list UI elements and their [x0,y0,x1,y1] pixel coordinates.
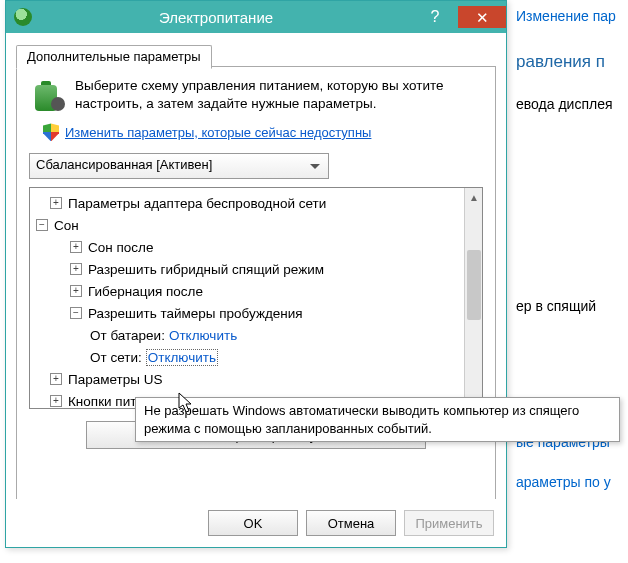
tree-item-usb[interactable]: + Параметры US [36,368,480,390]
dialog-title: Электропитание [40,9,412,26]
tree-item-wake-timers[interactable]: − Разрешить таймеры пробуждения [36,302,480,324]
tree-scrollbar[interactable]: ▲ ▼ [464,188,482,408]
expand-icon[interactable]: + [50,373,62,385]
bg-link-defaults[interactable]: араметры по у [516,474,622,490]
tab-strip: Дополнительные параметры [16,41,496,67]
tree-item-hybrid-sleep[interactable]: + Разрешить гибридный спящий режим [36,258,480,280]
power-plan-select[interactable]: Сбалансированная [Активен] [29,153,329,179]
intro-row: Выберите схему управления питанием, кото… [29,77,483,113]
bg-text-sleep: ер в спящий [516,298,622,314]
bg-heading: равления п [516,52,622,72]
apply-button: Применить [404,510,494,536]
power-app-icon [14,8,32,26]
dialog-button-row: OK Отмена Применить [6,499,506,547]
scroll-up-icon[interactable]: ▲ [465,188,483,206]
value-ac[interactable]: Отключить [146,349,218,366]
expand-icon[interactable]: + [50,395,62,407]
scroll-thumb[interactable] [467,250,481,320]
expand-icon[interactable]: + [50,197,62,209]
expand-icon[interactable]: + [70,263,82,275]
admin-link-row: Изменить параметры, которые сейчас недос… [43,123,483,141]
tree-item-wake-timers-ac[interactable]: От сети: Отключить [36,346,480,368]
collapse-icon[interactable]: − [70,307,82,319]
tree-item-sleep[interactable]: − Сон [36,214,480,236]
tab-advanced-settings[interactable]: Дополнительные параметры [16,45,212,69]
shield-icon [43,123,59,141]
intro-text: Выберите схему управления питанием, кото… [75,77,483,113]
bg-link-change[interactable]: Изменение пар [516,8,622,24]
battery-icon [29,77,65,113]
cancel-button[interactable]: Отмена [306,510,396,536]
admin-settings-link[interactable]: Изменить параметры, которые сейчас недос… [65,125,371,140]
titlebar[interactable]: Электропитание ? ✕ [6,1,506,33]
power-options-dialog: Электропитание ? ✕ Дополнительные параме… [5,0,507,548]
tree-item-hibernate-after[interactable]: + Гибернация после [36,280,480,302]
expand-icon[interactable]: + [70,285,82,297]
tree-item-wake-timers-battery[interactable]: От батареи: Отключить [36,324,480,346]
bg-text-display: евода дисплея [516,96,622,112]
power-plan-selected: Сбалансированная [Активен] [36,157,212,172]
settings-tree: + Параметры адаптера беспроводной сети −… [29,187,483,409]
ok-button[interactable]: OK [208,510,298,536]
close-button[interactable]: ✕ [458,6,506,28]
collapse-icon[interactable]: − [36,219,48,231]
value-battery[interactable]: Отключить [169,328,237,343]
help-button[interactable]: ? [412,5,458,29]
tooltip: Не разрешать Windows автоматически вывод… [135,397,620,442]
tree-item-wireless-adapter[interactable]: + Параметры адаптера беспроводной сети [36,192,480,214]
expand-icon[interactable]: + [70,241,82,253]
tree-item-sleep-after[interactable]: + Сон после [36,236,480,258]
background-control-panel: Изменение пар равления п евода дисплея е… [510,0,628,563]
